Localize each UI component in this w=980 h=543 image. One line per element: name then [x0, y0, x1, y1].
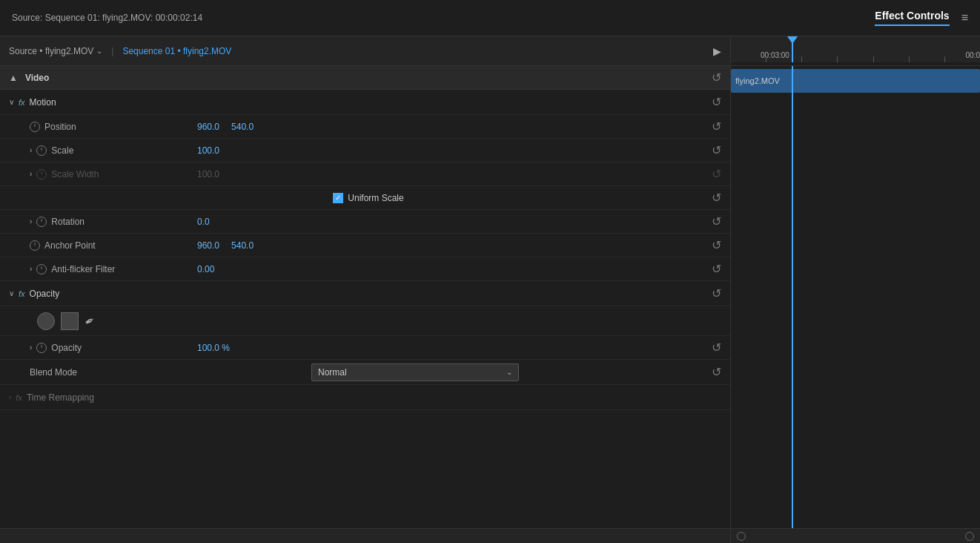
opacity-fx-badge: fx: [19, 289, 25, 298]
scale-width-stopwatch-icon: [36, 169, 47, 180]
blend-mode-reset-button[interactable]: ↺: [712, 366, 721, 378]
motion-fx-badge: fx: [19, 98, 25, 107]
scale-width-label: Scale Width: [51, 169, 99, 180]
anchor-point-x-value[interactable]: 960.0: [197, 240, 219, 251]
opacity-value-right: ↺: [712, 342, 721, 354]
scale-value[interactable]: 100.0: [197, 145, 219, 156]
blend-mode-label: Blend Mode: [30, 367, 119, 378]
video-section-header: ▲ Video ↺: [0, 66, 730, 90]
position-reset-button[interactable]: ↺: [712, 121, 721, 133]
blend-mode-dropdown[interactable]: Normal ⌄: [311, 363, 519, 381]
scale-collapse-arrow[interactable]: ›: [30, 146, 32, 154]
ellipse-tool[interactable]: [37, 312, 55, 330]
anti-flicker-collapse[interactable]: ›: [30, 265, 32, 273]
position-right: ↺: [712, 121, 721, 133]
left-panel-bottom-bar: [0, 528, 730, 543]
blend-mode-value: Normal: [318, 367, 347, 378]
scale-width-left: › Scale Width: [30, 169, 178, 180]
uniform-scale-left: ✓ Uniform Scale: [30, 193, 707, 203]
opacity-value-row: › Opacity 100.0 % ↺: [0, 336, 730, 360]
opacity-value[interactable]: 100.0 %: [197, 343, 230, 353]
motion-header: ∨ fx Motion ↺: [0, 90, 730, 115]
time-remap-row: › fx Time Remapping: [0, 385, 730, 410]
anchor-point-stopwatch-icon[interactable]: [30, 240, 40, 251]
motion-collapse-arrow[interactable]: ∨: [9, 98, 14, 106]
opacity-header: ∨ fx Opacity ↺: [0, 281, 730, 306]
dropdown-arrow-icon: ⌄: [506, 368, 512, 376]
rotation-value[interactable]: 0.0: [197, 217, 210, 227]
video-reset-button[interactable]: ↺: [712, 72, 721, 84]
timeline-playhead-line: [792, 66, 793, 528]
timeline-content: flying2.MOV: [731, 66, 980, 528]
anchor-point-y-value[interactable]: 540.0: [231, 240, 254, 251]
effect-controls-tab[interactable]: Effect Controls: [875, 10, 949, 26]
timeline-clip[interactable]: flying2.MOV: [731, 69, 980, 93]
scale-width-value: 100.0: [197, 169, 219, 180]
scroll-circle-right[interactable]: [965, 532, 974, 541]
opacity-value-collapse[interactable]: ›: [30, 343, 32, 352]
video-section-title: Video: [25, 73, 49, 83]
rotation-collapse-arrow[interactable]: ›: [30, 217, 32, 226]
scale-width-right: ↺: [712, 168, 721, 180]
uniform-scale-label: Uniform Scale: [348, 193, 403, 203]
pen-tool[interactable]: ✒: [82, 312, 97, 329]
scale-width-reset-button[interactable]: ↺: [712, 168, 721, 180]
scale-stopwatch-icon[interactable]: [36, 145, 47, 156]
timeline-ruler: 00:03:00 00:0: [731, 36, 980, 62]
position-left: Position: [30, 122, 178, 132]
menu-icon[interactable]: ≡: [961, 11, 968, 24]
position-stopwatch-icon[interactable]: [30, 122, 40, 132]
timeline-scroll-row: [731, 528, 980, 543]
play-button[interactable]: ▶: [713, 45, 721, 57]
rotation-reset-button[interactable]: ↺: [712, 216, 721, 228]
time-remap-label[interactable]: Time Remapping: [27, 392, 94, 403]
anti-flicker-values: 0.00: [182, 264, 707, 274]
anti-flicker-row: › Anti-flicker Filter 0.00 ↺: [0, 257, 730, 281]
uniform-scale-reset-button[interactable]: ↺: [712, 192, 721, 204]
scroll-circle-left[interactable]: [737, 532, 746, 541]
playhead-triangle: [787, 36, 798, 44]
left-panel: Source • flying2.MOV ⌄ | Sequence 01 • f…: [0, 36, 730, 543]
source-tab-label: Source • flying2.MOV: [9, 46, 93, 56]
video-collapse-arrow[interactable]: ▲: [9, 73, 18, 83]
time-remap-collapse: ›: [9, 393, 11, 401]
scale-reset-button[interactable]: ↺: [712, 145, 721, 157]
opacity-value-left: › Opacity: [30, 343, 178, 353]
sequence-tab[interactable]: Sequence 01 • flying2.MOV: [122, 46, 231, 56]
rotation-right: ↺: [712, 216, 721, 228]
motion-header-left: ∨ fx Motion: [9, 97, 56, 108]
opacity-reset-button[interactable]: ↺: [712, 288, 721, 300]
opacity-label[interactable]: Opacity: [30, 289, 60, 299]
tab-area: Effect Controls ≡: [875, 10, 968, 26]
opacity-value-reset-button[interactable]: ↺: [712, 342, 721, 354]
anti-flicker-reset-button[interactable]: ↺: [712, 263, 721, 275]
opacity-stopwatch-icon[interactable]: [36, 343, 47, 353]
motion-group: ∨ fx Motion ↺ Position 960.0 540.0 ↺: [0, 90, 730, 281]
chevron-down-icon[interactable]: ⌄: [96, 47, 102, 55]
position-row: Position 960.0 540.0 ↺: [0, 115, 730, 139]
motion-reset-button[interactable]: ↺: [712, 96, 721, 108]
rotation-values: 0.0: [182, 217, 707, 227]
source-tab[interactable]: Source • flying2.MOV ⌄: [9, 46, 102, 56]
opacity-tools-row: ✒: [0, 306, 730, 336]
anchor-point-left: Anchor Point: [30, 240, 178, 251]
motion-label[interactable]: Motion: [30, 97, 56, 108]
position-y-value[interactable]: 540.0: [231, 122, 254, 132]
rectangle-tool[interactable]: [61, 312, 79, 330]
rotation-stopwatch-icon[interactable]: [36, 217, 47, 227]
scale-width-collapse[interactable]: ›: [30, 170, 32, 178]
anchor-point-label: Anchor Point: [44, 240, 96, 251]
timeline-ruler-header: 00:03:00 00:0: [731, 36, 980, 66]
anti-flicker-value[interactable]: 0.00: [197, 264, 214, 274]
scale-label: Scale: [51, 145, 73, 156]
uniform-scale-checkbox[interactable]: ✓: [333, 193, 343, 203]
scale-row: › Scale 100.0 ↺: [0, 139, 730, 162]
anti-flicker-stopwatch-icon[interactable]: [36, 264, 47, 274]
right-panel: 00:03:00 00:0: [730, 36, 980, 543]
anchor-point-row: Anchor Point 960.0 540.0 ↺: [0, 234, 730, 257]
opacity-value-label: Opacity: [51, 343, 82, 353]
anchor-point-reset-button[interactable]: ↺: [712, 240, 721, 251]
position-x-value[interactable]: 960.0: [197, 122, 219, 132]
opacity-collapse-arrow[interactable]: ∨: [9, 289, 14, 297]
blend-mode-right: ↺: [712, 366, 721, 378]
